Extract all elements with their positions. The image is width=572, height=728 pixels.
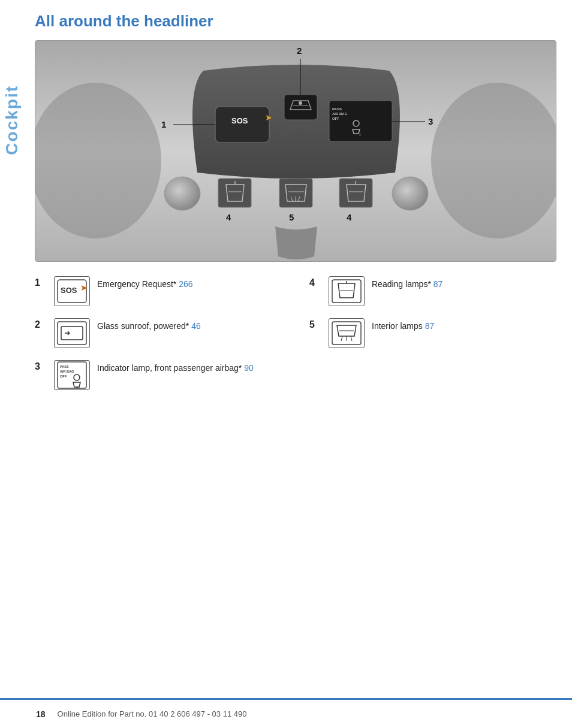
svg-rect-6: [284, 95, 317, 120]
diagram-svg: SOS ➤ PASS AIR BAG OFF ₂: [35, 41, 556, 262]
legend-item-2: 2 Glass sunroof, powered* 46: [35, 318, 285, 348]
svg-text:SOS: SOS: [61, 286, 77, 295]
svg-text:➤: ➤: [80, 283, 88, 292]
legend-number-4: 4: [309, 277, 324, 288]
svg-text:4: 4: [347, 212, 352, 222]
svg-text:1: 1: [161, 119, 166, 129]
legend-link-4[interactable]: 87: [433, 279, 443, 289]
svg-text:SOS: SOS: [231, 116, 248, 125]
legend-text-4: Reading lamps* 87: [372, 276, 442, 291]
footer-text: Online Edition for Part no. 01 40 2 606 …: [58, 709, 247, 718]
svg-text:5: 5: [289, 212, 294, 222]
page-title: All around the headliner: [35, 12, 560, 31]
legend-icon-airbag: PASS AIR BAG OFF ₂: [54, 360, 90, 390]
sidebar-cockpit-label: Cockpit: [0, 0, 24, 240]
svg-text:3: 3: [428, 116, 433, 126]
legend-icon-interior: [329, 318, 365, 348]
legend-text-1: Emergency Request* 266: [97, 276, 193, 291]
svg-text:OFF: OFF: [332, 117, 339, 120]
legend-item-1: 1 SOS ➤ Emergency Request* 266: [35, 276, 285, 306]
legend-number-5: 5: [309, 319, 324, 330]
svg-text:AIR BAG: AIR BAG: [332, 112, 348, 116]
svg-rect-15: [279, 179, 312, 207]
legend-item-5: 5 Interior lamps 87: [309, 318, 560, 348]
airbag-icon-svg: PASS AIR BAG OFF ₂: [56, 361, 88, 389]
legend-link-5[interactable]: 87: [425, 321, 435, 331]
legend-text-3: Indicator lamp, front passenger airbag* …: [97, 360, 254, 374]
svg-text:2: 2: [297, 46, 302, 56]
svg-text:AIR BAG: AIR BAG: [60, 370, 74, 373]
main-content: All around the headliner: [29, 0, 572, 414]
svg-point-7: [299, 101, 302, 105]
legend-link-1[interactable]: 266: [179, 279, 192, 289]
legend-grid: 1 SOS ➤ Emergency Request* 266 4: [35, 276, 560, 402]
headliner-diagram: SOS ➤ PASS AIR BAG OFF ₂: [35, 40, 556, 262]
sos-icon-svg: SOS ➤: [56, 279, 88, 304]
svg-text:PASS: PASS: [332, 107, 342, 111]
legend-item-4: 4 Reading lamps* 87: [309, 276, 560, 306]
legend-number-3: 3: [35, 361, 49, 372]
legend-number-2: 2: [35, 319, 49, 330]
svg-point-18: [392, 177, 428, 210]
svg-point-1: [35, 83, 161, 238]
sunroof-icon-svg: [56, 321, 88, 346]
legend-icon-sos: SOS ➤: [54, 276, 90, 306]
footer-page-number: 18: [36, 709, 46, 719]
svg-text:4: 4: [226, 212, 231, 222]
legend-text-5: Interior lamps 87: [372, 318, 434, 333]
legend-link-3[interactable]: 90: [244, 363, 254, 373]
cockpit-text: Cockpit: [2, 85, 22, 155]
svg-point-17: [164, 177, 200, 210]
svg-text:₂: ₂: [359, 131, 361, 137]
svg-text:➤: ➤: [265, 113, 272, 122]
reading-lamp-icon-svg: [331, 279, 362, 304]
legend-text-2: Glass sunroof, powered* 46: [97, 318, 201, 333]
svg-text:OFF: OFF: [60, 374, 67, 378]
svg-rect-32: [58, 322, 86, 345]
legend-icon-reading: [329, 276, 365, 306]
footer: 18 Online Edition for Part no. 01 40 2 6…: [0, 698, 572, 728]
legend-number-1: 1: [35, 277, 49, 288]
legend-icon-sunroof: [54, 318, 90, 348]
interior-lamp-icon-svg: [331, 321, 362, 346]
legend-link-2[interactable]: 46: [191, 321, 201, 331]
legend-item-3: 3 PASS AIR BAG OFF ₂ Indicator lamp, fro…: [35, 360, 285, 390]
svg-text:PASS: PASS: [60, 365, 69, 368]
